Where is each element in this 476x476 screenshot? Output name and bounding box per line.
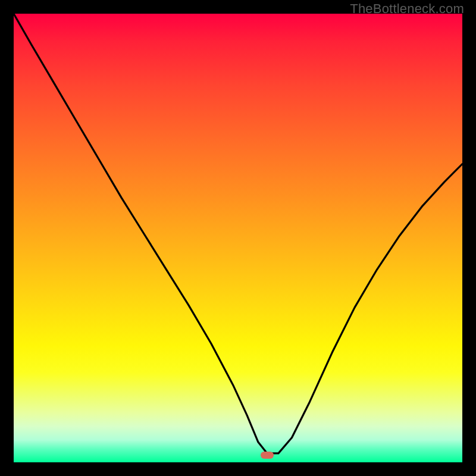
plot-area	[14, 14, 462, 462]
watermark-text: TheBottleneck.com	[350, 1, 464, 17]
curve-svg	[14, 14, 462, 462]
minimum-marker	[261, 452, 274, 459]
chart-container: TheBottleneck.com	[0, 0, 476, 476]
bottleneck-curve	[14, 14, 462, 453]
